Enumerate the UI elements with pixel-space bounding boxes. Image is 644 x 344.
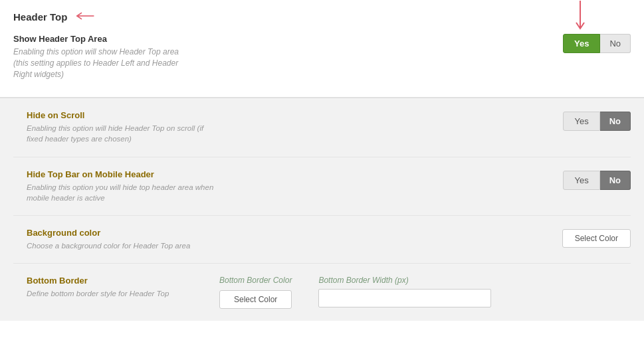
show-header-toggle-group: Yes No <box>563 34 631 53</box>
hide-on-scroll-label: Hide on Scroll <box>27 110 563 120</box>
border-width-input[interactable] <box>318 289 491 307</box>
background-color-select-button[interactable]: Select Color <box>562 229 631 248</box>
section-title: Header Top <box>13 11 67 23</box>
hide-top-bar-toggle: Yes No <box>563 171 631 190</box>
hide-top-bar-option: Hide Top Bar on Mobile Header Enabling t… <box>13 157 631 216</box>
section-title-row: Header Top <box>13 9 631 25</box>
show-header-label: Show Header Top Area <box>13 34 563 44</box>
bottom-border-option: Bottom Border Define bottom border style… <box>13 264 631 321</box>
show-header-text: Show Header Top Area Enabling this optio… <box>13 34 563 80</box>
hide-on-scroll-option: Hide on Scroll Enabling this option will… <box>13 98 631 157</box>
hide-top-bar-description: Enabling this option you will hide top h… <box>27 182 219 203</box>
show-header-description: Enabling this option will show Header To… <box>13 46 193 80</box>
bottom-border-label: Bottom Border <box>27 276 219 286</box>
hide-on-scroll-no-button[interactable]: No <box>600 112 631 131</box>
show-header-yes-button[interactable]: Yes <box>563 34 600 53</box>
sub-section: Hide on Scroll Enabling this option will… <box>0 98 644 320</box>
hide-top-bar-yes-button[interactable]: Yes <box>563 171 599 190</box>
background-color-option: Background color Choose a background col… <box>13 216 631 264</box>
arrow-left-icon <box>74 9 95 25</box>
border-color-group: Bottom Border Color Select Color <box>219 276 292 309</box>
hide-on-scroll-description: Enabling this option will hide Header To… <box>27 123 219 144</box>
hide-top-bar-no-button[interactable]: No <box>600 171 631 190</box>
bottom-border-controls: Bottom Border Color Select Color Bottom … <box>219 276 631 309</box>
border-width-group: Bottom Border Width (px) <box>318 276 631 307</box>
border-color-select-button[interactable]: Select Color <box>219 290 292 309</box>
bottom-border-text: Bottom Border Define bottom border style… <box>27 276 219 299</box>
hide-on-scroll-yes-button[interactable]: Yes <box>563 112 599 131</box>
bottom-border-description: Define bottom border style for Header To… <box>27 288 219 299</box>
background-color-label: Background color <box>27 228 562 238</box>
page-container: Header Top Show Header Top Area Enabling… <box>0 0 644 344</box>
show-header-area: Show Header Top Area Enabling this optio… <box>13 34 631 86</box>
hide-on-scroll-toggle: Yes No <box>563 112 631 131</box>
hide-on-scroll-text: Hide on Scroll Enabling this option will… <box>27 110 563 144</box>
border-width-label: Bottom Border Width (px) <box>318 276 631 285</box>
hide-top-bar-text: Hide Top Bar on Mobile Header Enabling t… <box>27 169 563 203</box>
header-top-section: Header Top Show Header Top Area Enabling… <box>0 0 644 98</box>
hide-top-bar-label: Hide Top Bar on Mobile Header <box>27 169 563 179</box>
border-color-label: Bottom Border Color <box>219 276 292 285</box>
arrow-down-container <box>574 1 587 35</box>
background-color-text: Background color Choose a background col… <box>27 228 562 251</box>
background-color-description: Choose a background color for Header Top… <box>27 240 219 251</box>
show-header-no-button[interactable]: No <box>600 34 631 53</box>
